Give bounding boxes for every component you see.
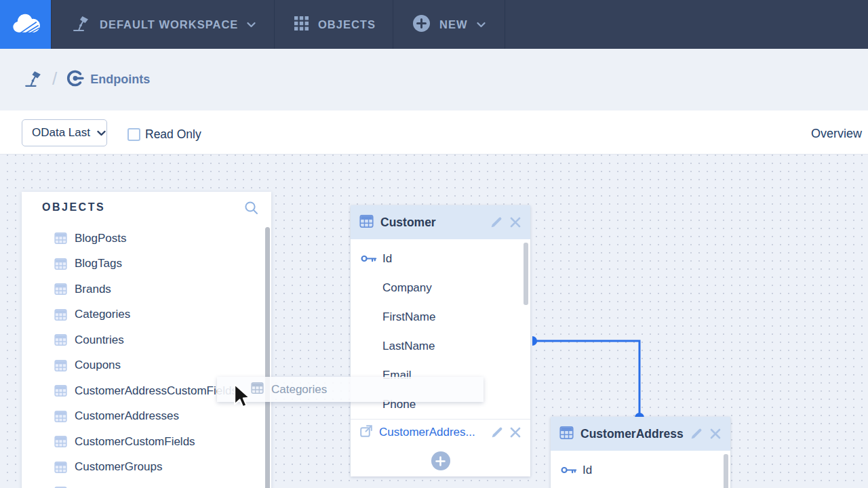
breadcrumb: / Endpoints (22, 49, 150, 110)
close-icon[interactable] (709, 428, 722, 440)
object-item-label: CustomerCustomFields (75, 435, 195, 449)
search-icon[interactable] (244, 201, 259, 216)
customer-card-header[interactable]: Customer (351, 205, 530, 239)
drag-ghost-categories: Categories (217, 377, 484, 402)
objects-panel-scrollbar[interactable] (265, 227, 270, 488)
top-nav-bar: DEFAULT WORKSPACE OBJECTS (0, 0, 868, 49)
read-only-checkbox[interactable] (127, 128, 140, 141)
field-row-id[interactable]: Id (551, 455, 730, 485)
app-logo-button[interactable] (0, 0, 51, 49)
table-icon (251, 382, 264, 397)
breadcrumb-separator: / (52, 68, 57, 89)
key-icon (361, 254, 382, 263)
table-icon (359, 214, 374, 231)
cloud-logo-icon (10, 12, 41, 37)
object-item-categories[interactable]: Categories (22, 302, 271, 328)
field-row-company[interactable]: Company (351, 273, 530, 302)
key-icon (561, 466, 583, 474)
odata-version-select[interactable]: OData Last (22, 119, 107, 146)
workspace-home-icon[interactable] (22, 68, 43, 92)
object-item-label: Brands (75, 283, 111, 296)
breadcrumb-bar: / Endpoints BigCommerce (0, 49, 868, 110)
table-icon (559, 426, 574, 443)
object-item-label: BlogPosts (75, 232, 127, 245)
object-item-countries[interactable]: Countries (22, 327, 271, 353)
objects-panel: OBJECTS BlogPosts BlogTags (22, 192, 271, 488)
object-item-brands[interactable]: Brands (22, 277, 271, 302)
plus-circle-icon (412, 14, 431, 35)
new-menu[interactable]: NEW (393, 0, 505, 49)
odata-version-value: OData Last (32, 126, 90, 140)
object-item-coupons[interactable]: Coupons (22, 353, 271, 379)
table-icon (54, 435, 67, 448)
objects-panel-title: OBJECTS (42, 201, 105, 214)
customer-relation-row: CustomerAddres... (351, 419, 530, 445)
field-name: FirstName (382, 310, 435, 324)
endpoint-toolbar: OData Last Read Only Overview (0, 110, 868, 155)
workspace-menu[interactable]: DEFAULT WORKSPACE (51, 0, 275, 49)
object-item-label: Categories (75, 308, 130, 321)
customer-address-card-scrollbar[interactable] (724, 454, 728, 488)
plus-icon (435, 456, 446, 466)
customer-card-title: Customer (380, 216, 484, 230)
customer-entity-card: Customer Id Company FirstName (351, 205, 530, 476)
table-icon (54, 308, 67, 321)
customer-address-relation-link[interactable]: CustomerAddres... (379, 426, 485, 439)
table-icon (54, 232, 67, 245)
customer-address-card-fields: Id (551, 451, 730, 488)
schema-canvas[interactable]: OBJECTS BlogPosts BlogTags (0, 155, 868, 488)
object-item-label: CustomerAddressCustomFields (75, 384, 237, 398)
grid-icon (294, 16, 309, 34)
object-item-customercustomfields[interactable]: CustomerCustomFields (22, 429, 271, 455)
objects-list: BlogPosts BlogTags Brands Categories Cou… (22, 226, 271, 488)
objects-nav-button[interactable]: OBJECTS (275, 0, 393, 49)
endpoint-icon (66, 69, 84, 90)
field-name: LastName (382, 340, 435, 353)
object-item-customergroups[interactable]: CustomerGroups (22, 455, 271, 481)
external-link-icon (359, 424, 373, 441)
chevron-down-icon (477, 18, 486, 30)
workspace-menu-label: DEFAULT WORKSPACE (100, 18, 238, 31)
chevron-down-icon (247, 18, 256, 30)
customer-card-plus-row (351, 445, 530, 476)
close-icon[interactable] (509, 426, 521, 439)
customer-card-scrollbar[interactable] (524, 243, 528, 305)
objects-panel-header: OBJECTS (22, 192, 271, 226)
field-name: Company (382, 281, 432, 295)
customer-address-entity-card: CustomerAddress Id (551, 417, 730, 488)
overview-tab[interactable]: Overview (811, 127, 862, 141)
pencil-icon[interactable] (490, 216, 502, 228)
table-icon (54, 461, 67, 474)
add-field-button[interactable] (431, 451, 450, 470)
table-icon (54, 384, 67, 397)
field-row-id[interactable]: Id (351, 244, 530, 273)
drag-ghost-label: Categories (271, 383, 327, 396)
new-menu-label: NEW (439, 18, 468, 31)
object-item-customeraddresses[interactable]: CustomerAddresses (22, 404, 271, 430)
object-item-label: CustomerGroups (75, 460, 162, 474)
close-icon[interactable] (509, 216, 521, 228)
desk-lamp-icon (71, 13, 91, 36)
table-icon (54, 333, 67, 346)
customer-address-card-title: CustomerAddress (580, 427, 684, 441)
object-item-blogtags[interactable]: BlogTags (22, 251, 271, 277)
breadcrumb-endpoints[interactable]: Endpoints (66, 69, 150, 90)
customer-address-card-header[interactable]: CustomerAddress (551, 417, 730, 451)
breadcrumb-endpoints-label: Endpoints (90, 73, 150, 87)
pencil-icon[interactable] (491, 426, 503, 439)
pencil-icon[interactable] (690, 428, 703, 440)
object-item-label: Countries (75, 333, 124, 347)
objects-nav-label: OBJECTS (318, 18, 376, 31)
field-name: Id (583, 464, 592, 477)
chevron-down-icon (97, 126, 106, 140)
object-item-label: CustomerAddresses (75, 409, 179, 423)
field-name: Id (382, 252, 392, 266)
field-row-firstname[interactable]: FirstName (351, 302, 530, 331)
field-row-lastname[interactable]: LastName (351, 331, 530, 361)
read-only-label: Read Only (145, 127, 201, 142)
table-icon (54, 258, 67, 270)
object-item-customers[interactable]: Customers (22, 480, 271, 488)
table-icon (54, 410, 67, 423)
object-item-blogposts[interactable]: BlogPosts (22, 226, 271, 251)
table-icon (54, 283, 67, 296)
